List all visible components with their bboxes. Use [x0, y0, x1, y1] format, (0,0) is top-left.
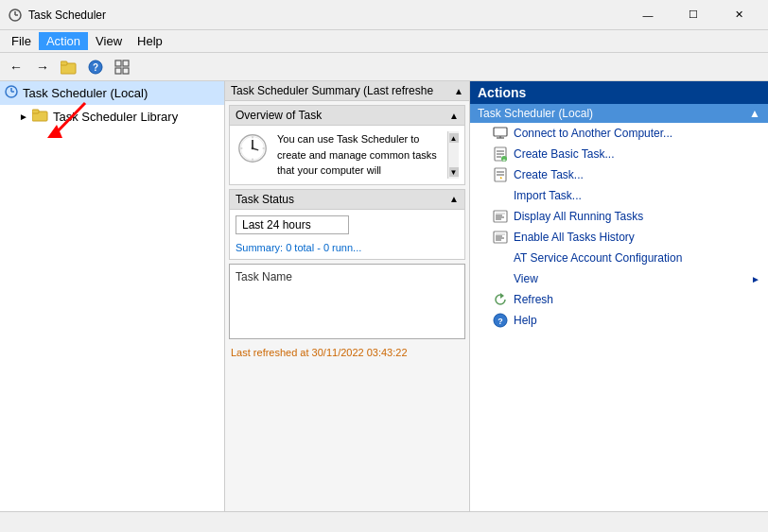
overview-scrollbar[interactable]: ▲ ▼	[447, 131, 459, 179]
overview-header: Overview of Task ▲	[230, 106, 464, 126]
action-section-scroll-up[interactable]: ▲	[749, 107, 760, 120]
task-name-box: Task Name	[229, 264, 465, 339]
help-label: Help	[514, 314, 537, 327]
menu-file[interactable]: File	[4, 32, 39, 50]
svg-rect-7	[115, 60, 121, 66]
help-icon: ?	[493, 313, 508, 328]
at-service-label: AT Service Account Configuration	[514, 251, 682, 265]
svg-rect-4	[61, 61, 67, 65]
svg-rect-40	[494, 211, 507, 222]
right-panel: Actions Task Scheduler (Local) ▲ Connect…	[470, 81, 768, 511]
create-basic-task-icon: +	[493, 146, 508, 162]
overview-collapse-btn[interactable]: ▲	[449, 111, 459, 121]
tree-item-library[interactable]: ► Task Scheduler Library	[0, 105, 224, 129]
import-task-icon	[493, 188, 508, 203]
last-refreshed: Last refreshed at 30/11/2022 03:43:22	[225, 343, 469, 362]
svg-point-22	[252, 147, 254, 150]
connect-computer-label: Connect to Another Computer...	[514, 127, 672, 140]
expand-icon: ►	[19, 112, 28, 122]
create-task-icon	[493, 167, 508, 182]
svg-rect-8	[123, 60, 129, 66]
action-connect-computer[interactable]: Connect to Another Computer...	[470, 123, 768, 144]
svg-rect-45	[494, 232, 507, 243]
action-import-task[interactable]: Import Task...	[470, 185, 768, 206]
action-at-service-config[interactable]: AT Service Account Configuration	[470, 248, 768, 268]
svg-rect-17	[32, 110, 39, 113]
center-panel-header: Task Scheduler Summary (Last refreshe ▲	[225, 81, 469, 101]
center-panel-title: Task Scheduler Summary (Last refreshe	[231, 84, 433, 97]
status-bar	[0, 511, 768, 532]
display-running-tasks-label: Display All Running Tasks	[514, 210, 643, 223]
svg-text:?: ?	[93, 62, 98, 73]
overview-text: You can use Task Scheduler to create and…	[277, 131, 440, 179]
enable-all-tasks-history-label: Enable All Tasks History	[514, 231, 635, 244]
task-name-header: Task Name	[236, 270, 459, 283]
menu-bar: File Action View Help	[0, 30, 768, 53]
close-button[interactable]: ✕	[717, 2, 760, 28]
task-status-section: Task Status ▲ Last 24 hours Last Hour La…	[229, 189, 465, 260]
main-content: Task Scheduler (Local) ► Task Scheduler …	[0, 81, 768, 511]
svg-rect-9	[115, 68, 121, 74]
menu-help[interactable]: Help	[130, 32, 170, 50]
enable-history-icon	[493, 230, 508, 245]
action-section-title: Task Scheduler (Local) ▲	[470, 104, 768, 123]
task-status-title: Task Status	[236, 193, 294, 206]
task-status-header: Task Status ▲	[230, 190, 464, 210]
menu-view[interactable]: View	[88, 32, 130, 50]
title-bar-controls: — ☐ ✕	[626, 2, 760, 28]
library-item-label: Task Scheduler Library	[53, 110, 178, 124]
svg-marker-50	[500, 293, 504, 299]
action-help[interactable]: ? Help	[470, 310, 768, 331]
overview-clock-icon	[236, 131, 270, 165]
time-range-dropdown[interactable]: Last 24 hours Last Hour Last Week Last M…	[236, 215, 349, 234]
left-panel: Task Scheduler (Local) ► Task Scheduler …	[0, 81, 225, 511]
title-bar: Task Scheduler — ☐ ✕	[0, 0, 768, 30]
center-panel: Task Scheduler Summary (Last refreshe ▲ …	[225, 81, 470, 511]
create-task-label: Create Task...	[514, 168, 584, 181]
tree-item-root[interactable]: Task Scheduler (Local)	[0, 81, 224, 105]
overview-section: Overview of Task ▲	[229, 105, 465, 185]
action-create-basic-task[interactable]: + Create Basic Task...	[470, 144, 768, 164]
toolbar-btn-help[interactable]: ?	[83, 56, 108, 78]
toolbar-btn-grid[interactable]	[110, 56, 134, 78]
back-button[interactable]: ←	[4, 56, 28, 78]
action-section-label: Task Scheduler (Local)	[478, 107, 593, 120]
svg-rect-27	[494, 128, 507, 136]
at-service-icon	[493, 250, 508, 266]
toolbar-btn-folder[interactable]	[57, 56, 81, 78]
forward-button[interactable]: →	[30, 56, 55, 78]
refresh-label: Refresh	[514, 293, 553, 306]
menu-action[interactable]: Action	[39, 32, 88, 50]
maximize-button[interactable]: ☐	[672, 2, 715, 28]
svg-rect-10	[123, 68, 129, 74]
status-filter: Last 24 hours Last Hour Last Week Last M…	[230, 210, 464, 240]
overview-title: Overview of Task	[236, 109, 322, 122]
action-create-task[interactable]: Create Task...	[470, 164, 768, 185]
overview-content: You can use Task Scheduler to create and…	[230, 126, 464, 184]
computer-connect-icon	[493, 126, 508, 141]
create-basic-task-label: Create Basic Task...	[514, 147, 615, 161]
title-bar-text: Task Scheduler	[28, 9, 626, 22]
view-submenu-arrow: ►	[751, 274, 760, 284]
library-folder-icon	[32, 108, 49, 126]
action-refresh[interactable]: Refresh	[470, 289, 768, 310]
computer-icon	[4, 84, 19, 102]
action-view[interactable]: View ►	[470, 268, 768, 289]
summary-text: Summary: 0 total - 0 runn...	[230, 240, 464, 259]
root-item-label: Task Scheduler (Local)	[23, 86, 148, 100]
view-icon	[493, 271, 508, 286]
actions-header: Actions	[470, 81, 768, 104]
time-range-dropdown-wrapper[interactable]: Last 24 hours Last Hour Last Week Last M…	[236, 215, 349, 234]
running-tasks-icon	[493, 209, 508, 224]
task-status-collapse-btn[interactable]: ▲	[449, 194, 459, 204]
center-collapse-btn[interactable]: ▲	[454, 86, 463, 96]
action-display-running-tasks[interactable]: Display All Running Tasks	[470, 206, 768, 227]
action-enable-all-tasks-history[interactable]: Enable All Tasks History	[470, 227, 768, 248]
import-task-label: Import Task...	[514, 189, 582, 202]
svg-text:?: ?	[497, 317, 503, 326]
view-label: View	[514, 272, 538, 285]
toolbar: ← → ?	[0, 53, 768, 81]
svg-text:+: +	[502, 157, 506, 162]
minimize-button[interactable]: —	[626, 2, 670, 28]
app-icon	[8, 8, 23, 23]
